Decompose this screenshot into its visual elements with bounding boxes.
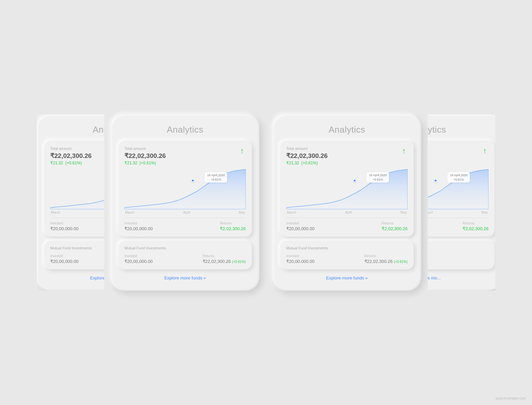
main-card-3: Total amount ₹22,02,300.26 ₹21.32 (+0.61… [280, 140, 414, 237]
mf-returns-label-3: Returns [364, 254, 408, 258]
invested-label-3: Invested [286, 221, 315, 225]
total-amount-change-1: ₹21.32 (+0.61%) [50, 161, 92, 165]
mf-invested-value-2: ₹20,00,000.00 [124, 259, 153, 264]
phone-card-partial-left: Analytics Total amount ₹22,02,300.26 ₹21… [37, 114, 104, 291]
explore-link-4[interactable]: Explore mo... [428, 273, 495, 281]
card-header-3: Total amount ₹22,02,300.26 ₹21.32 (+0.61… [286, 146, 408, 165]
returns-label-4: Returns [463, 221, 489, 225]
mutual-fund-card-4: Mutual Fund Investments Invested ₹20,00,… [428, 241, 495, 269]
divider-2 [124, 218, 246, 218]
page-title-2: Analytics [118, 125, 252, 135]
arrow-up-icon-4: ↑ [481, 147, 489, 155]
mf-returns-value-3: ₹22,02,300.26 (+0.61%) [364, 259, 408, 264]
mf-invested-label-3: Invested [286, 254, 315, 258]
chart-svg-3 [286, 169, 408, 209]
mf-invested-block-3: Invested ₹20,00,000.00 [286, 254, 315, 264]
arrow-up-icon-3: ↑ [400, 147, 408, 155]
x-label-march-1: March [51, 211, 60, 214]
chart-x-labels-2: March April May [124, 211, 246, 214]
mf-invested-label-1: Invested [50, 254, 79, 258]
returns-value-3: ₹2,02,300.26 [382, 226, 408, 231]
page-title-3: Analytics [280, 125, 414, 135]
returns-label-3: Returns [382, 221, 408, 225]
returns-block-2: Returns ₹2,02,300.26 [220, 221, 246, 231]
explore-link-3[interactable]: Explore more funds » [280, 273, 414, 281]
chart-x-labels-4: March April May [428, 211, 489, 214]
mf-returns-label-2: Returns [203, 254, 246, 258]
stats-row-3: Invested ₹20,00,000.00 Returns ₹2,02,300… [286, 221, 408, 231]
card-header-1: Total amount ₹22,02,300.26 ₹21.32 (+0.61… [50, 146, 104, 165]
mf-stats-row-1: Invested ₹20,00,000.00 Returns ₹22,02,30… [50, 254, 104, 264]
card-header-4: Total amount ₹22,02,300.26 ₹21.32 (+0.61… [428, 146, 489, 165]
phone-frame-1: Analytics Total amount ₹22,02,300.26 ₹21… [37, 114, 104, 291]
chart-x-labels-3: March April May [286, 211, 408, 214]
total-amount-label-2: Total amount [124, 146, 166, 151]
stats-row-4: Invested ₹20,00,000.00 Returns ₹2,02,300… [428, 221, 489, 231]
returns-label-2: Returns [220, 221, 246, 225]
explore-link-2[interactable]: Explore more funds » [118, 273, 252, 281]
total-amount-value-3: ₹22,02,300.26 [286, 152, 328, 160]
x-label-may-3: May [401, 211, 407, 214]
mutual-fund-title-1: Mutual Fund Investments [50, 246, 104, 250]
card-header-2: Total amount ₹22,02,300.26 ₹21.32 (+0.61… [124, 146, 246, 165]
total-amount-value-2: ₹22,02,300.26 [124, 152, 166, 160]
invested-value-3: ₹20,00,000.00 [286, 226, 315, 231]
phone-frame-3: Analytics Total amount ₹22,02,300.26 ₹21… [273, 114, 421, 291]
x-label-march-2: March [125, 211, 135, 214]
total-amount-change-2: ₹21.32 (+0.61%) [124, 161, 166, 165]
mf-invested-label-2: Invested [124, 254, 153, 258]
x-label-may-2: May [239, 211, 245, 214]
mf-stats-row-4: Invested ₹20,00,000.00 [428, 254, 489, 264]
invested-block-1: Invested ₹20,00,000.00 [50, 221, 79, 231]
chart-tooltip-3: 16 April,2020+0.61% [366, 172, 389, 183]
chart-dot-3 [353, 179, 356, 182]
total-amount-value-1: ₹22,02,300.26 [50, 152, 92, 160]
x-label-may-4: May [481, 211, 488, 214]
total-amount-label-1: Total amount [50, 146, 92, 151]
mf-invested-block-1: Invested ₹20,00,000.00 [50, 254, 79, 264]
divider-4 [428, 218, 489, 218]
phone-frame-4: Analytics Total amount ₹22,02,300.26 ₹21… [428, 114, 495, 291]
mf-stats-row-3: Invested ₹20,00,000.00 Returns ₹22,02,30… [286, 254, 408, 264]
mutual-fund-title-4: Mutual Fund Investments [428, 246, 489, 250]
returns-block-4: Returns ₹2,02,300.26 [463, 221, 489, 231]
returns-value-2: ₹2,02,300.26 [220, 226, 246, 231]
mf-stats-row-2: Invested ₹20,00,000.00 Returns ₹22,02,30… [124, 254, 246, 264]
explore-link-1[interactable]: Explore more funds » [44, 273, 104, 281]
returns-value-4: ₹2,02,300.26 [463, 226, 489, 231]
mutual-fund-title-3: Mutual Fund Investments [286, 246, 408, 250]
phones-row: Analytics Total amount ₹22,02,300.26 ₹21… [0, 94, 532, 311]
chart-area-3: 16 April,2020+0.61% [286, 169, 408, 209]
stats-row-2: Invested ₹20,00,000.00 Returns ₹2,02,300… [124, 221, 246, 231]
watermark: post of uimaker.com [496, 397, 526, 400]
chart-dot-2 [191, 179, 195, 182]
mf-returns-value-2: ₹22,02,300.26 (+0.61%) [203, 259, 246, 264]
chart-svg-1 [50, 169, 104, 209]
stats-row-1: Invested ₹20,00,000.00 Returns ₹2,02,300… [50, 221, 104, 231]
arrow-up-icon-2: ↑ [238, 147, 246, 155]
chart-tooltip-2: 16 April,2020+0.61% [205, 172, 227, 183]
phone-card-center-2: Analytics Total amount ₹22,02,300.26 ₹21… [266, 114, 428, 291]
divider-3 [286, 218, 408, 218]
page-title-4: Analytics [428, 125, 495, 135]
x-label-april-4: April [428, 211, 433, 214]
invested-label-1: Invested [50, 221, 79, 225]
chart-area-1: 16 April,2020+0.61% [50, 169, 104, 209]
mf-returns-block-3: Returns ₹22,02,300.26 (+0.61%) [364, 254, 408, 264]
invested-label-2: Invested [124, 221, 153, 225]
mutual-fund-title-2: Mutual Fund Investments [124, 246, 246, 250]
chart-tooltip-4: 16 April,2020+0.61% [447, 172, 470, 183]
mf-invested-value-1: ₹20,00,000.00 [50, 259, 79, 264]
total-amount-change-3: ₹21.32 (+0.61%) [286, 161, 328, 165]
invested-value-2: ₹20,00,000.00 [124, 226, 153, 231]
mutual-fund-card-2: Mutual Fund Investments Invested ₹20,00,… [118, 241, 252, 269]
mutual-fund-card-1: Mutual Fund Investments Invested ₹20,00,… [44, 241, 104, 269]
divider-1 [50, 218, 104, 218]
phone-card-partial-right: Analytics Total amount ₹22,02,300.26 ₹21… [428, 114, 495, 291]
page-title-1: Analytics [44, 125, 104, 135]
x-label-april-2: April [183, 211, 190, 214]
total-amount-label-3: Total amount [286, 146, 328, 151]
x-label-april-3: April [345, 211, 352, 214]
mutual-fund-card-3: Mutual Fund Investments Invested ₹20,00,… [280, 241, 414, 269]
chart-area-2: 16 April,2020+0.61% [124, 169, 246, 209]
